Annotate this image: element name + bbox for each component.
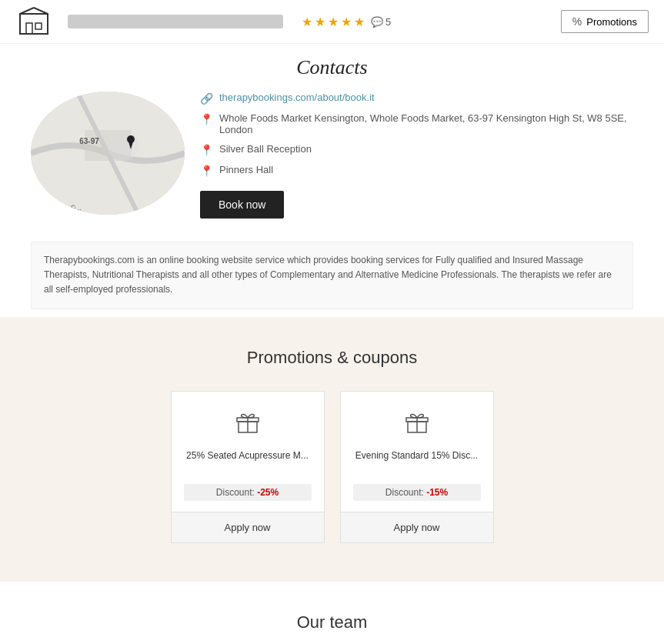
location-icon-2: 📍 [200, 144, 213, 156]
svg-line-4 [34, 8, 48, 14]
promotions-button[interactable]: % Promotions [561, 10, 649, 33]
star-2: ★ [315, 15, 325, 29]
svg-rect-2 [35, 23, 42, 29]
gift-icon-1 [234, 407, 262, 441]
star-3: ★ [328, 15, 339, 29]
contact-address1: 📍 Whole Foods Market Kensington, Whole F… [200, 112, 633, 135]
header-bar [68, 15, 283, 28]
team-title: Our team [15, 612, 649, 632]
promotions-title: Promotions & coupons [31, 348, 633, 368]
contact-address3: 📍 Pinners Hall [200, 164, 633, 177]
promotions-grid: 25% Seated Acupressure M... Discount: -2… [63, 391, 602, 543]
review-count: 💬 5 [371, 16, 391, 28]
contact-website: 🔗 therapybookings.com/about/book.it [200, 92, 633, 105]
star-4: ★ [341, 15, 352, 29]
map-container[interactable]: 63-97 © Mapbox ©... [31, 92, 185, 215]
description-box: Therapybookings.com is an online booking… [31, 242, 633, 309]
address3-text: Pinners Hall [219, 164, 273, 175]
location-icon-3: 📍 [200, 165, 213, 177]
description-text: Therapybookings.com is an online booking… [44, 253, 620, 298]
promotions-section: Promotions & coupons 25% Seated Acupress… [0, 317, 664, 582]
header: ★ ★ ★ ★ ★ 💬 5 % Promotions [0, 0, 664, 44]
star-rating: ★ ★ ★ ★ ★ [302, 15, 365, 29]
promo-card-2: Evening Standard 15% Disc... Discount: -… [340, 391, 494, 543]
discount-value-2: -15% [426, 487, 448, 498]
map-placeholder: 63-97 © Mapbox ©... [31, 92, 185, 215]
discount-value-1: -25% [257, 487, 279, 498]
svg-line-3 [20, 8, 34, 14]
promo-card-1: 25% Seated Acupressure M... Discount: -2… [171, 391, 325, 543]
address2-text: Silver Ball Reception [219, 143, 312, 155]
logo [15, 6, 52, 37]
website-link[interactable]: therapybookings.com/about/book.it [219, 92, 375, 103]
gift-icon-2 [403, 407, 431, 441]
promo-title-1: 25% Seated Acupressure M... [186, 450, 309, 475]
contacts-section: Contacts 63-97 © Mapbox ©... [0, 44, 664, 234]
discount-label-2: Discount: [385, 487, 424, 498]
percent-icon: % [572, 15, 582, 28]
svg-rect-0 [20, 14, 48, 34]
svg-rect-1 [26, 23, 32, 34]
promotions-button-label: Promotions [586, 16, 637, 28]
discount-label-1: Discount: [216, 487, 255, 498]
address1-text: Whole Foods Market Kensington, Whole Foo… [219, 112, 633, 135]
comment-icon: 💬 [371, 16, 383, 28]
star-1: ★ [302, 15, 312, 29]
location-icon-1: 📍 [200, 113, 213, 125]
link-icon: 🔗 [200, 92, 213, 105]
discount-badge-2: Discount: -15% [353, 484, 481, 501]
star-5: ★ [354, 15, 365, 29]
team-section: Our team Therapy Bookings at Whole Foods… [0, 582, 664, 644]
review-number: 5 [385, 16, 391, 28]
contacts-info: 🔗 therapybookings.com/about/book.it 📍 Wh… [200, 92, 633, 219]
contacts-title: Contacts [31, 56, 633, 79]
map-copyright: © Mapbox ©... [37, 204, 82, 212]
promo-title-2: Evening Standard 15% Disc... [355, 450, 478, 475]
contacts-layout: 63-97 © Mapbox ©... 🔗 therapybookings.co… [31, 92, 633, 219]
map-label: 63-97 [79, 137, 99, 145]
svg-point-7 [108, 130, 138, 161]
contact-address2: 📍 Silver Ball Reception [200, 143, 633, 156]
discount-badge-1: Discount: -25% [184, 484, 312, 501]
book-now-button[interactable]: Book now [200, 191, 284, 219]
apply-button-2[interactable]: Apply now [341, 512, 493, 542]
apply-button-1[interactable]: Apply now [172, 512, 324, 542]
